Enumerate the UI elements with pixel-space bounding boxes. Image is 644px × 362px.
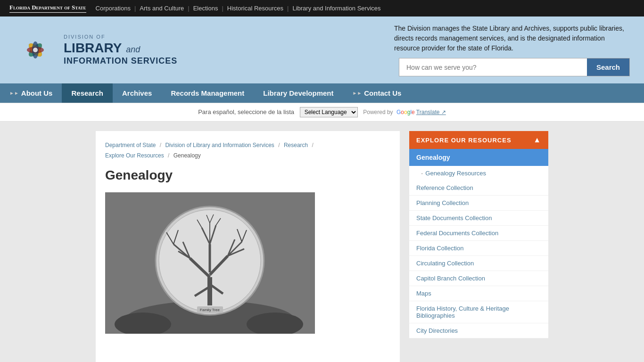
sidebar-link-reference[interactable]: Reference Collection [409, 181, 548, 196]
breadcrumb-division[interactable]: Division of Library and Information Serv… [165, 142, 274, 148]
nav-library-dev-label: Library Development [263, 89, 333, 97]
nav-arrow-contact: ►► [352, 90, 362, 96]
search-button[interactable]: Search [587, 58, 629, 76]
svg-point-6 [33, 48, 38, 52]
genealogy-tree-image: Family Tree [105, 192, 315, 334]
left-content: Department of State / Division of Librar… [96, 131, 400, 362]
nav-arrow-left: ►► [9, 90, 19, 96]
nav-item-research[interactable]: Research [62, 83, 113, 103]
translate-label: Translate ↗ [416, 109, 446, 115]
nav-item-contact-us[interactable]: ►► Contact Us [343, 83, 411, 103]
info-services-label: INFORMATION SERVICES [64, 56, 177, 66]
sidebar-collapse-icon[interactable]: ▲ [533, 136, 541, 144]
main-image: Family Tree [105, 192, 315, 334]
powered-by-label: Powered by Google Translate ↗ [363, 109, 446, 115]
sidebar-header-text: EXPLORE OUR RESOURCES [416, 137, 512, 144]
top-nav-historical[interactable]: Historical Resources [227, 5, 283, 12]
sep1: | [134, 5, 136, 12]
main-wrapper: Department of State / Division of Librar… [0, 122, 644, 362]
division-logo-graphic [14, 29, 57, 71]
sep4: | [287, 5, 289, 12]
top-nav: Corporations | Arts and Culture | Electi… [96, 5, 381, 12]
language-bar: Para español, seleccione de la lista Sel… [0, 103, 644, 122]
top-bar: Florida Department of State Corporations… [0, 0, 644, 16]
right-sidebar: EXPLORE OUR RESOURCES ▲ Genealogy - Gene… [409, 131, 548, 362]
sidebar-sub-item-genealogy-resources[interactable]: - Genealogy Resources [409, 166, 548, 181]
nav-item-records[interactable]: Records Management [161, 83, 254, 103]
sidebar-link-maps[interactable]: Maps [409, 286, 548, 301]
sidebar-link-planning[interactable]: Planning Collection [409, 196, 548, 211]
breadcrumb: Department of State / Division of Librar… [105, 140, 390, 161]
search-bar: Search [399, 58, 630, 76]
main-nav: ►► About Us Research Archives Records Ma… [0, 83, 644, 103]
header-logo: DIVISION OF LIBRARY and INFORMATION SERV… [14, 29, 177, 71]
header-right: The Division manages the State Library a… [191, 24, 630, 76]
top-nav-arts[interactable]: Arts and Culture [140, 5, 184, 12]
sidebar-link-capitol-branch[interactable]: Capitol Branch Collection [409, 271, 548, 286]
google-logo: Google [396, 109, 416, 115]
nav-records-label: Records Management [171, 89, 244, 97]
language-select[interactable]: Select Language [300, 107, 358, 117]
state-logo-text: Florida Department of State [9, 4, 86, 11]
nav-about-us-label: About Us [21, 89, 53, 97]
sidebar-link-circulating[interactable]: Circulating Collection [409, 256, 548, 271]
sidebar-sub-item-label: Genealogy Resources [425, 170, 486, 177]
sep2: | [188, 5, 189, 12]
logo-text-block: DIVISION OF LIBRARY and INFORMATION SERV… [64, 34, 177, 66]
nav-contact-us-label: Contact Us [364, 89, 401, 97]
breadcrumb-explore[interactable]: Explore Our Resources [105, 152, 164, 159]
sep3: | [222, 5, 223, 12]
lang-bar-text: Para español, seleccione de la lista [198, 108, 294, 115]
top-nav-library[interactable]: Library and Information Services [292, 5, 380, 12]
sidebar-link-city-directories[interactable]: City Directories [409, 323, 548, 338]
nav-item-archives[interactable]: Archives [113, 83, 161, 103]
breadcrumb-research[interactable]: Research [284, 142, 308, 148]
svg-text:Family Tree: Family Tree [200, 308, 220, 312]
header-description: The Division manages the State Library a… [394, 24, 630, 53]
nav-archives-label: Archives [122, 89, 152, 97]
breadcrumb-dept[interactable]: Department of State [105, 142, 156, 148]
sidebar-link-state-docs[interactable]: State Documents Collection [409, 211, 548, 226]
sidebar-link-florida-history[interactable]: Florida History, Culture & Heritage Bibl… [409, 301, 548, 323]
division-of-label: DIVISION OF [64, 34, 177, 40]
sidebar-active-item[interactable]: Genealogy [409, 149, 548, 166]
nav-item-about-us[interactable]: ►► About Us [0, 83, 62, 103]
nav-item-library-dev[interactable]: Library Development [254, 83, 343, 103]
state-logo[interactable]: Florida Department of State [9, 4, 86, 13]
sidebar-link-florida-collection[interactable]: Florida Collection [409, 241, 548, 256]
page-title: Genealogy [105, 168, 390, 183]
nav-research-label: Research [71, 89, 103, 97]
content-area: Department of State / Division of Librar… [86, 131, 558, 362]
search-input[interactable] [399, 58, 587, 76]
sidebar-link-federal-docs[interactable]: Federal Documents Collection [409, 226, 548, 241]
top-nav-elections[interactable]: Elections [193, 5, 218, 12]
site-header: DIVISION OF LIBRARY and INFORMATION SERV… [0, 16, 644, 83]
top-nav-corporations[interactable]: Corporations [96, 5, 131, 12]
library-label: LIBRARY and [64, 40, 177, 56]
sidebar-section-header: EXPLORE OUR RESOURCES ▲ [409, 131, 548, 149]
breadcrumb-current: Genealogy [173, 152, 201, 159]
